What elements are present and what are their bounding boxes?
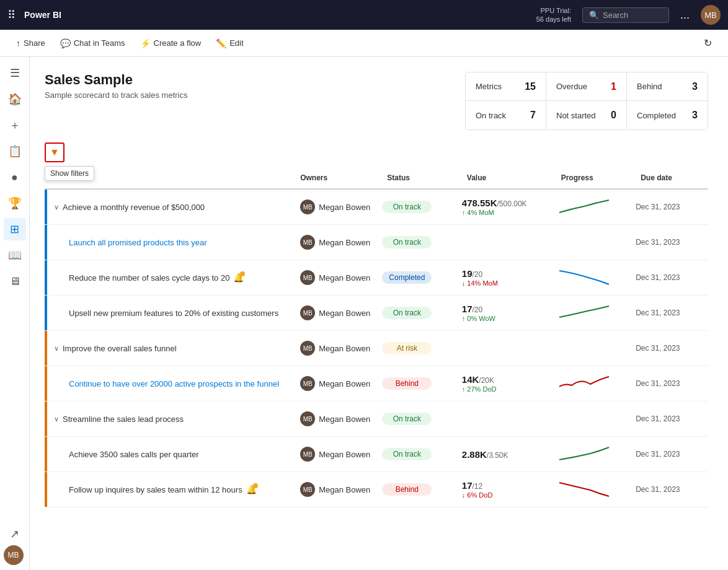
content-area: Sales Sample Sample scorecard to track s… — [30, 57, 728, 570]
sidebar-item-home[interactable]: 🏠 — [4, 88, 26, 110]
th-owners: Owners — [295, 167, 382, 189]
scorecard-header: Sales Sample Sample scorecard to track s… — [45, 72, 708, 130]
value-main: 19/20 — [462, 268, 556, 279]
filters-row: Show filters ▼ — [45, 142, 708, 162]
status-cell: On track — [382, 296, 461, 331]
value-cell: 17/12↓ 6% DoD — [462, 472, 556, 507]
metric-label: Not started — [556, 111, 596, 120]
status-cell: On track — [382, 401, 461, 437]
metric-cell-1: Overdue1 — [546, 72, 627, 101]
search-input[interactable] — [603, 11, 665, 20]
value-change: ↓ 14% MoM — [462, 279, 556, 287]
table-row[interactable]: Continue to have over 20000 active prosp… — [45, 366, 708, 401]
table-row[interactable]: Achieve 3500 sales calls per quarterMBMe… — [45, 437, 708, 472]
apps-icon[interactable]: ⠿ — [7, 8, 16, 22]
user-avatar[interactable]: MB — [701, 5, 721, 25]
owner-cell: MBMegan Bowen — [295, 260, 382, 296]
metric-value: 7 — [530, 110, 536, 121]
value-cell: 17/20↑ 0% WoW — [462, 296, 556, 331]
app-logo: Power BI — [24, 10, 530, 20]
th-progress: Progress — [556, 167, 636, 189]
due-date-cell: Dec 31, 2023 — [636, 331, 708, 366]
progress-cell — [556, 331, 636, 366]
value-cell: 14K/20K↑ 27% DoD — [462, 366, 556, 401]
search-box[interactable]: 🔍 — [582, 7, 669, 23]
teams-icon: 💬 — [60, 38, 71, 48]
value-main: 2.88K/3.50K — [462, 449, 556, 460]
progress-cell — [556, 366, 636, 401]
notification-icon[interactable]: 🔔 — [246, 484, 257, 494]
metric-value: 1 — [611, 81, 616, 92]
table-row[interactable]: ∨Streamline the sales lead processMBMega… — [45, 401, 708, 437]
edit-button[interactable]: ✏️ Edit — [210, 35, 249, 51]
owner-cell: MBMegan Bowen — [295, 401, 382, 437]
owner-name: Megan Bowen — [319, 485, 370, 494]
row-name-cell: Upsell new premium features to 20% of ex… — [49, 296, 295, 331]
sidebar-item-reports[interactable]: 📖 — [4, 244, 26, 266]
expand-icon[interactable]: ∨ — [54, 344, 59, 353]
row-name-cell: Follow up inquires by sales team within … — [49, 472, 295, 507]
status-badge: On track — [382, 448, 432, 460]
owner-name: Megan Bowen — [319, 238, 370, 247]
filter-button[interactable]: ▼ — [45, 142, 64, 162]
table-row[interactable]: Launch all promised products this yearMB… — [45, 225, 708, 260]
create-flow-button[interactable]: ⚡ Create a flow — [134, 35, 208, 51]
sidebar-item-menu[interactable]: ☰ — [4, 62, 26, 84]
row-name-cell: Launch all promised products this year — [49, 225, 295, 260]
value-cell — [462, 225, 556, 260]
table-row[interactable]: Upsell new premium features to 20% of ex… — [45, 296, 708, 331]
table-row[interactable]: ∨Achieve a monthly revenue of $500,000MB… — [45, 189, 708, 225]
sidebar-item-data[interactable]: ● — [4, 166, 26, 188]
notification-icon[interactable]: 🔔 — [233, 273, 244, 283]
more-options-icon[interactable]: ... — [680, 9, 690, 22]
owner-name: Megan Bowen — [319, 379, 370, 388]
value-cell: 2.88K/3.50K — [462, 437, 556, 472]
value-change: ↓ 6% DoD — [462, 491, 556, 499]
owner-name: Megan Bowen — [319, 273, 370, 283]
value-main: 17/20 — [462, 304, 556, 314]
sidebar-item-scorecard[interactable]: ⊞ — [4, 218, 26, 240]
status-cell: On track — [382, 225, 461, 260]
sidebar-user-avatar[interactable]: MB — [4, 545, 24, 565]
sidebar-item-create[interactable]: ＋ — [4, 114, 26, 136]
table-row[interactable]: Follow up inquires by sales team within … — [45, 472, 708, 507]
refresh-icon: ↻ — [704, 37, 712, 49]
owner-cell: MBMegan Bowen — [295, 331, 382, 366]
refresh-button[interactable]: ↻ — [698, 34, 718, 52]
row-indicator — [45, 225, 49, 260]
row-name-cell: Achieve 3500 sales calls per quarter — [49, 437, 295, 472]
chat-in-teams-button[interactable]: 💬 Chat in Teams — [54, 35, 131, 51]
table-header: Name Owners Status Value Progress Due da… — [45, 167, 708, 189]
sidebar-item-apps[interactable]: 🖥 — [4, 270, 26, 292]
sidebar-item-goals[interactable]: 🏆 — [4, 192, 26, 214]
scorecard-table: Name Owners Status Value Progress Due da… — [45, 167, 708, 507]
expand-icon[interactable]: ∨ — [54, 415, 59, 423]
due-date-cell: Dec 31, 2023 — [636, 366, 708, 401]
value-change: ↑ 27% DoD — [462, 385, 556, 393]
sidebar-item-browse[interactable]: 📋 — [4, 140, 26, 162]
metric-cell-5: Completed3 — [627, 101, 708, 129]
owner-avatar: MB — [300, 235, 315, 250]
owner-avatar: MB — [300, 200, 315, 214]
table-row[interactable]: Reduce the number of sales cycle days to… — [45, 260, 708, 296]
owner-name: Megan Bowen — [319, 414, 370, 424]
row-name-cell: ∨Improve the overall sales funnel — [49, 331, 295, 366]
metric-cell-3: On track7 — [466, 101, 546, 129]
status-cell: Behind — [382, 366, 461, 401]
owner-cell: MBMegan Bowen — [295, 189, 382, 225]
share-button[interactable]: ↑ Share — [10, 35, 51, 51]
sidebar-item-learn[interactable]: ↗ — [4, 523, 26, 545]
owner-avatar: MB — [300, 305, 315, 320]
status-badge: Behind — [382, 483, 432, 496]
scorecard-title: Sales Sample — [45, 72, 465, 88]
expand-icon[interactable]: ∨ — [54, 203, 59, 211]
progress-cell — [556, 437, 636, 472]
owner-cell: MBMegan Bowen — [295, 296, 382, 331]
table-body: ∨Achieve a monthly revenue of $500,000MB… — [45, 189, 708, 507]
value-change: ↑ 4% MoM — [462, 209, 556, 216]
status-cell: On track — [382, 189, 461, 225]
value-cell — [462, 331, 556, 366]
table-row[interactable]: ∨Improve the overall sales funnelMBMegan… — [45, 331, 708, 366]
owner-cell: MBMegan Bowen — [295, 472, 382, 507]
status-badge: Behind — [382, 377, 432, 390]
